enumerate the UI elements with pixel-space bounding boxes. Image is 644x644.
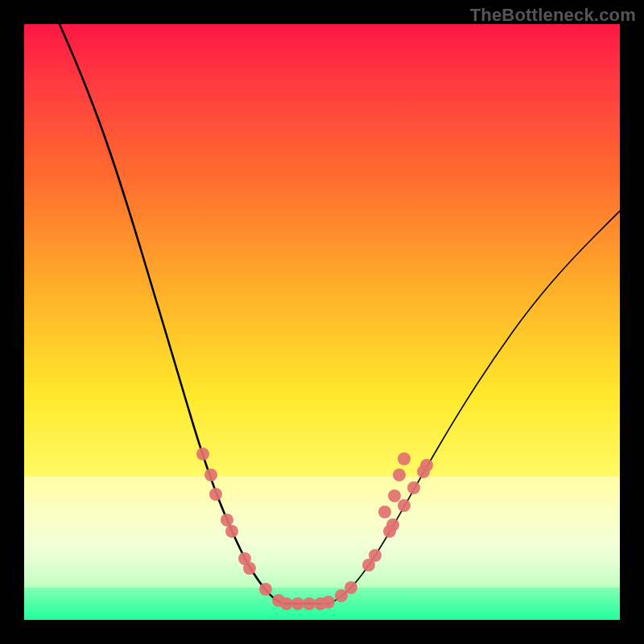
svg-point-25 [407, 481, 420, 494]
plot-area [24, 24, 620, 620]
svg-point-4 [209, 488, 222, 501]
svg-point-2 [196, 448, 209, 460]
svg-rect-1 [24, 477, 620, 588]
svg-point-9 [259, 583, 272, 596]
watermark-text: TheBottleneck.com [470, 5, 636, 26]
bottleneck-chart [24, 24, 620, 620]
svg-point-28 [420, 459, 433, 472]
svg-point-26 [393, 469, 406, 481]
svg-point-24 [388, 489, 401, 502]
svg-point-22 [378, 506, 391, 518]
svg-point-23 [398, 499, 411, 512]
svg-point-19 [369, 549, 382, 562]
svg-point-21 [386, 518, 399, 531]
svg-point-15 [322, 596, 335, 609]
svg-point-8 [243, 562, 256, 575]
svg-point-11 [280, 597, 293, 610]
svg-point-13 [303, 597, 316, 610]
svg-point-5 [221, 514, 233, 526]
svg-point-17 [345, 581, 357, 594]
chart-frame: TheBottleneck.com [0, 0, 644, 644]
svg-point-6 [225, 525, 238, 538]
svg-point-12 [291, 597, 304, 610]
svg-point-29 [398, 452, 411, 465]
svg-point-3 [204, 469, 217, 481]
